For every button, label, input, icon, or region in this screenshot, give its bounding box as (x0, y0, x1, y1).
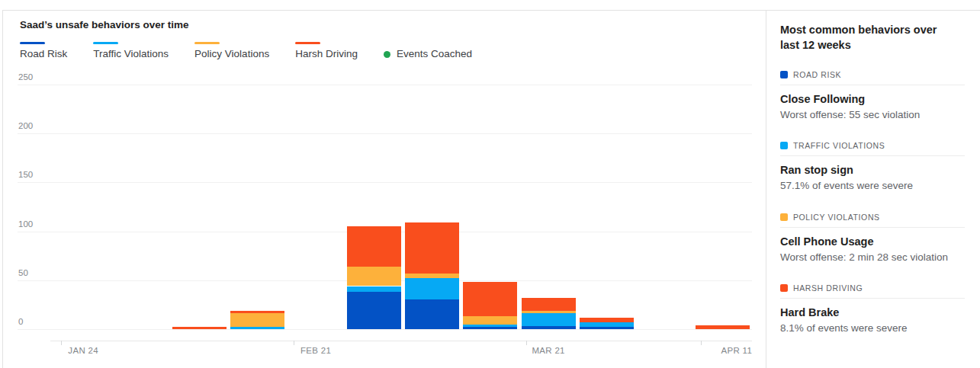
bar-segment-traffic-violations-feb-28[interactable] (347, 286, 401, 293)
legend-item-road-risk[interactable]: Road Risk (20, 42, 67, 60)
bar-segment-road-risk-mar-28[interactable] (580, 327, 634, 329)
bar-segment-harsh-driving-mar-21[interactable] (522, 298, 576, 311)
divider (780, 155, 965, 156)
traffic-violations-swatch-icon (780, 142, 788, 149)
behavior-name: Ran stop sign (780, 164, 965, 176)
x-axis-tick-label: APR 11 (721, 346, 753, 355)
behavior-name: Hard Brake (780, 306, 965, 318)
category-block-road-risk: ROAD RISK Close Following Worst offense:… (780, 70, 965, 123)
bar-segment-policy-violations-mar-21[interactable] (522, 311, 576, 314)
traffic-violations-legend-marker-icon (93, 42, 118, 44)
behavior-description: Worst offense: 55 sec violation (780, 107, 962, 123)
bar-segment-harsh-driving-feb-7[interactable] (172, 327, 227, 329)
x-axis-tick (526, 341, 527, 345)
bar-segment-road-risk-feb-28[interactable] (347, 292, 401, 329)
legend-item-harsh-driving[interactable]: Harsh Driving (295, 42, 358, 60)
bar-segment-traffic-violations-mar-7[interactable] (405, 278, 459, 299)
category-label: POLICY VIOLATIONS (793, 213, 880, 222)
category-header: HARSH DRIVING (780, 283, 965, 293)
road-risk-swatch-icon (780, 71, 788, 78)
legend-item-label: Harsh Driving (295, 49, 358, 60)
bar-segment-harsh-driving-mar-7[interactable] (405, 222, 459, 274)
chart-panel: Saad’s unsafe behaviors over time Road R… (3, 11, 766, 368)
legend-item-label: Events Coached (397, 49, 472, 60)
bar-segment-harsh-driving-mar-28[interactable] (580, 318, 634, 322)
bar-segment-road-risk-mar-21[interactable] (522, 326, 576, 329)
x-axis-tick (701, 341, 702, 345)
dashboard-canvas: Saad’s unsafe behaviors over time Road R… (0, 0, 980, 368)
behavior-description: 57.1% of events were severe (780, 178, 962, 194)
category-label: TRAFFIC VIOLATIONS (793, 141, 885, 150)
behavior-name: Close Following (780, 93, 965, 105)
y-axis-tick-label: 100 (18, 219, 33, 229)
road-risk-legend-marker-icon (20, 42, 45, 44)
harsh-driving-swatch-icon (780, 284, 788, 292)
y-axis-tick-label: 200 (18, 121, 33, 130)
y-axis-tick-label: 0 (18, 317, 23, 326)
policy-violations-swatch-icon (780, 213, 788, 221)
behaviors-card: Saad’s unsafe behaviors over time Road R… (2, 10, 980, 368)
category-header: POLICY VIOLATIONS (780, 213, 965, 222)
events-coached-legend-marker-icon (384, 51, 390, 58)
y-axis-tick-label: 50 (18, 268, 28, 277)
bar-segment-harsh-driving-apr-11[interactable] (696, 325, 750, 329)
chart-title: Saad’s unsafe behaviors over time (20, 19, 189, 30)
bar-segment-harsh-driving-feb-28[interactable] (347, 226, 401, 267)
category-block-harsh-driving: HARSH DRIVING Hard Brake 8.1% of events … (780, 283, 965, 336)
category-header: TRAFFIC VIOLATIONS (780, 141, 965, 150)
divider (780, 227, 965, 228)
category-label: ROAD RISK (793, 70, 841, 79)
category-block-policy-violations: POLICY VIOLATIONS Cell Phone Usage Worst… (780, 213, 965, 265)
harsh-driving-legend-marker-icon (295, 42, 320, 44)
bar-segment-policy-violations-feb-28[interactable] (347, 267, 401, 286)
x-axis-tick (294, 341, 294, 345)
category-block-traffic-violations: TRAFFIC VIOLATIONS Ran stop sign 57.1% o… (780, 141, 965, 194)
bar-segment-policy-violations-mar-14[interactable] (463, 316, 517, 324)
y-axis-tick-label: 150 (18, 170, 33, 179)
y-axis-tick-label: 250 (18, 72, 33, 82)
gridline-y-0 (18, 329, 752, 330)
gridline-y-200 (18, 133, 752, 134)
chart-legend: Road RiskTraffic ViolationsPolicy Violat… (20, 42, 472, 60)
legend-item-events-coached[interactable]: Events Coached (384, 42, 472, 60)
x-axis-tick (61, 341, 62, 345)
bar-segment-traffic-violations-mar-14[interactable] (463, 325, 517, 328)
legend-item-label: Road Risk (20, 49, 67, 60)
bar-segment-policy-violations-feb-14[interactable] (230, 313, 284, 327)
legend-item-label: Traffic Violations (93, 49, 169, 60)
bar-segment-traffic-violations-mar-21[interactable] (522, 313, 576, 326)
gridline-y-150 (18, 182, 752, 183)
behavior-name: Cell Phone Usage (780, 235, 965, 248)
bar-segment-traffic-violations-mar-28[interactable] (580, 322, 634, 327)
legend-item-policy-violations[interactable]: Policy Violations (194, 42, 269, 60)
bar-segment-road-risk-mar-14[interactable] (463, 327, 517, 329)
chart-plot-area: 050100150200250JAN 24FEB 21MAR 21APR 11 (18, 85, 752, 359)
legend-item-label: Policy Violations (194, 49, 269, 60)
x-axis-tick-label: JAN 24 (68, 346, 98, 355)
bar-segment-traffic-violations-feb-14[interactable] (230, 327, 284, 329)
policy-violations-legend-marker-icon (194, 42, 220, 44)
divider (780, 85, 965, 85)
legend-item-traffic-violations[interactable]: Traffic Violations (93, 42, 169, 60)
bar-segment-road-risk-mar-7[interactable] (405, 299, 459, 329)
sidebar-title: Most common behaviors over last 12 weeks (780, 22, 959, 53)
x-axis-line (50, 341, 752, 341)
divider (780, 298, 965, 299)
category-header: ROAD RISK (780, 70, 965, 79)
x-axis-tick-label: MAR 21 (532, 346, 564, 355)
bar-segment-harsh-driving-feb-14[interactable] (230, 311, 284, 314)
gridline-y-250 (18, 85, 752, 85)
behavior-description: Worst offense: 2 min 28 sec violation (780, 250, 962, 265)
bar-segment-harsh-driving-mar-14[interactable] (463, 282, 517, 316)
behavior-description: 8.1% of events were severe (780, 321, 962, 336)
x-axis-tick-label: FEB 21 (300, 346, 331, 355)
summary-sidebar: Most common behaviors over last 12 weeks… (766, 11, 980, 368)
bar-segment-policy-violations-mar-7[interactable] (405, 274, 459, 278)
category-label: HARSH DRIVING (793, 283, 863, 293)
